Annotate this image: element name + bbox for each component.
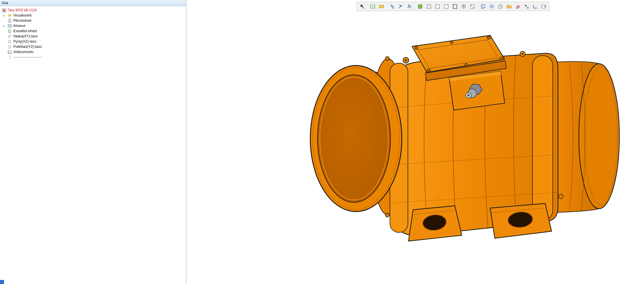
tree-item-visualisointi[interactable]: ▸ Visualisointi [0, 13, 186, 18]
tree-item-label: Tary 9033 kB #119 [8, 8, 37, 12]
select-edge-icon [398, 4, 404, 9]
tree-item-esivalitut-ehdot[interactable]: Esivalitut ehdot [0, 28, 186, 34]
tree-item-part-root[interactable]: Tary 9033 kB #119 [0, 8, 186, 13]
tree-item-label: Piirustukset [13, 19, 31, 23]
toolbar-separator [477, 3, 479, 10]
toolbar-separator [386, 3, 388, 10]
select-face-button[interactable] [405, 3, 414, 10]
appearances-icon [8, 24, 12, 28]
select-point-icon [389, 4, 395, 9]
end-cover-left[interactable] [310, 65, 402, 212]
window-arrow-icon [541, 4, 547, 9]
hidden-edges-button[interactable] [433, 3, 442, 10]
axes-button[interactable] [531, 3, 539, 10]
tree-item-pysty-xz-taso[interactable]: Pysty(XZ)-taso [0, 39, 186, 44]
pin-icon [359, 4, 365, 9]
hidden-edges-icon [435, 4, 440, 9]
layers-icon [489, 4, 495, 9]
chevron-right-icon[interactable]: ▸ [2, 14, 6, 17]
visualization-sun-icon [8, 13, 12, 18]
select-point-button[interactable] [388, 3, 396, 10]
part-root-icon [2, 8, 6, 12]
shaded-view-icon [417, 4, 423, 9]
select-edge-button[interactable] [397, 3, 405, 10]
pin-button[interactable] [358, 3, 366, 10]
select-face-icon [407, 4, 412, 9]
panel-title: Osa [0, 0, 186, 6]
plane-xy-icon [8, 34, 12, 39]
eraser-button[interactable] [514, 3, 522, 10]
scroll-grip[interactable] [0, 280, 4, 284]
tree-item-separator[interactable]: -------------------- [0, 54, 186, 60]
tree-item-ilmiasut[interactable]: ▸ Ilmiasut [0, 23, 186, 28]
tree-item-label: Pysty(XZ)-taso [13, 39, 36, 43]
end-cover-right[interactable] [557, 61, 619, 212]
tree-item-label: Visualisointi [13, 13, 32, 17]
tree-item-label: Ilmiasut [13, 24, 25, 28]
mounting-foot-right[interactable] [490, 203, 552, 238]
plane-xz-icon [8, 39, 12, 44]
no-edges-icon [444, 4, 449, 9]
tree-item-label: Vaaka(XY)-taso [13, 34, 38, 38]
box-outline-button[interactable] [451, 3, 459, 10]
tree-item-poikittais-yz-taso[interactable]: Poikittais(YZ)-taso [0, 44, 186, 49]
view-toolbar [357, 2, 549, 11]
clock-button[interactable] [496, 3, 505, 10]
eraser-icon [515, 4, 521, 9]
fit-view-icon [470, 4, 475, 9]
feature-tree: Tary 9033 kB #119 ▸ Visualisointi Piirus… [0, 6, 186, 60]
note-button[interactable] [377, 3, 386, 10]
label-frame-button[interactable] [368, 3, 377, 10]
folder-button[interactable] [505, 3, 513, 10]
layers-button[interactable] [488, 3, 496, 10]
tree-item-vaaka-xy-taso[interactable]: Vaaka(XY)-taso [0, 34, 186, 39]
toolbar-separator [414, 3, 416, 10]
axes-icon [532, 4, 538, 9]
tree-item-label: Aloitusmuoto [13, 50, 33, 54]
separator-row-icon [8, 55, 12, 59]
tree-item-piirustukset[interactable]: Piirustukset [0, 18, 186, 23]
clock-icon [498, 4, 503, 9]
tree-item-aloitusmuoto[interactable]: Aloitusmuoto [0, 49, 186, 54]
toolbar-separator [366, 3, 368, 10]
copy-pages-icon [480, 4, 486, 9]
iso-cube-button[interactable] [459, 3, 468, 10]
no-edges-button[interactable] [442, 3, 450, 10]
iso-cube-icon [461, 4, 466, 9]
chevron-right-icon[interactable]: ▸ [2, 24, 6, 28]
start-shape-icon [8, 50, 12, 54]
copy-pages-button[interactable] [479, 3, 487, 10]
measure-cursor-icon [524, 4, 529, 9]
box-outline-icon [452, 4, 458, 9]
measure-cursor-button[interactable] [522, 3, 531, 10]
side-stud[interactable] [559, 194, 563, 199]
note-icon [379, 4, 384, 9]
label-frame-icon [370, 4, 375, 9]
feature-tree-panel: Osa Tary 9033 kB #119 ▸ Visualisointi [0, 0, 186, 284]
folder-icon [506, 4, 512, 9]
wireframe-box-button[interactable] [425, 3, 433, 10]
viewport-3d[interactable] [187, 0, 644, 284]
drawings-page-icon [8, 19, 12, 23]
shaded-view-button[interactable] [416, 3, 424, 10]
mounting-foot-left[interactable] [408, 206, 462, 241]
vibration-motor-model[interactable] [187, 0, 644, 284]
tree-item-label: Esivalitut ehdot [13, 29, 37, 33]
tree-item-label: -------------------- [13, 55, 42, 59]
plane-yz-icon [8, 45, 12, 49]
tree-item-label: Poikittais(YZ)-taso [13, 45, 42, 49]
window-arrow-button[interactable] [540, 3, 548, 10]
fit-view-button[interactable] [468, 3, 477, 10]
preselected-conditions-icon [8, 29, 12, 33]
wireframe-box-icon [426, 4, 432, 9]
